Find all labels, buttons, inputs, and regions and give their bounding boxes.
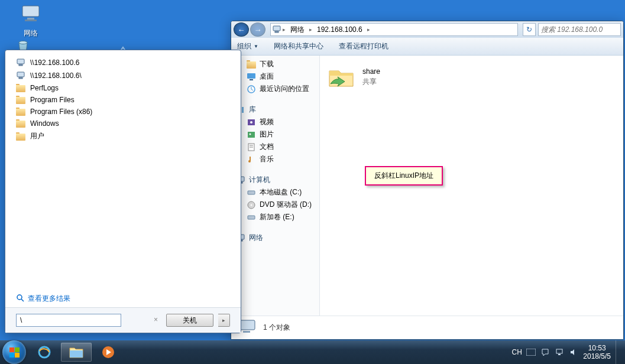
breadcrumb-segment[interactable]: 192.168.100.6 [313, 25, 366, 34]
search-result-item[interactable]: \\192.168.100.6\ [16, 69, 230, 82]
search-result-item[interactable]: Program Files (x86) [16, 106, 230, 118]
tray-action-center-icon[interactable] [540, 347, 550, 357]
result-label: Program Files (x86) [30, 108, 92, 116]
nav-item-drive-e[interactable]: 新加卷 (E:) [231, 211, 319, 223]
folder-icon [16, 97, 25, 104]
network-sharing-center-button[interactable]: 网络和共享中心 [274, 41, 323, 51]
nav-label: 本地磁盘 (C:) [260, 187, 302, 197]
nav-item-dvd[interactable]: DVD 驱动器 (D:) [231, 199, 319, 211]
nav-item-music[interactable]: 音乐 [231, 153, 319, 165]
video-icon [247, 118, 256, 127]
svg-rect-2 [25, 20, 37, 21]
explorer-toolbar: 组织 ▼ 网络和共享中心 查看远程打印机 [231, 38, 623, 56]
computer-icon [16, 58, 25, 67]
explorer-nav-pane: 下载 桌面 最近访问的位置 库 视频 图片 文档 音乐 计算机 本地磁盘 (C:… [231, 56, 320, 316]
breadcrumb-segment[interactable]: 网络 [287, 25, 308, 35]
svg-rect-40 [526, 349, 536, 356]
search-result-item[interactable]: PerfLogs [16, 82, 230, 94]
taskbar: CH 10:53 2018/5/5 [0, 340, 625, 364]
taskbar-ie-button[interactable] [29, 343, 60, 362]
search-result-item[interactable]: \\192.168.100.6 [16, 56, 230, 69]
result-label: Windows [30, 119, 59, 128]
drive-icon [247, 188, 256, 197]
nav-item-pictures[interactable]: 图片 [231, 128, 319, 141]
svg-rect-0 [22, 6, 39, 17]
show-desktop-button[interactable] [616, 340, 621, 364]
address-breadcrumb[interactable]: ▸ 网络 ▸ 192.168.100.6 ▸ [270, 23, 518, 36]
start-button[interactable] [2, 340, 26, 364]
chevron-right-icon[interactable]: ▸ [367, 27, 370, 32]
chevron-right-icon[interactable]: ▸ [309, 27, 312, 32]
system-tray: CH 10:53 2018/5/5 [509, 340, 625, 364]
shutdown-dropdown-button[interactable]: ▸ [218, 314, 230, 327]
svg-rect-32 [248, 216, 255, 219]
nav-group-libraries[interactable]: 库 [231, 103, 319, 116]
nav-label: 视频 [260, 117, 274, 127]
clear-search-icon[interactable]: × [154, 316, 158, 324]
taskbar-clock[interactable]: 10:53 2018/5/5 [583, 344, 611, 361]
clock-time: 10:53 [583, 344, 611, 352]
nav-label: 音乐 [260, 154, 274, 164]
music-icon [247, 155, 256, 164]
ime-indicator[interactable]: CH [512, 347, 522, 357]
start-menu-search-panel: \\192.168.100.6 \\192.168.100.6\ PerfLog… [5, 50, 241, 333]
computer-icon [16, 71, 25, 80]
more-results-label: 查看更多结果 [28, 294, 70, 304]
recent-icon [247, 84, 256, 94]
svg-line-10 [21, 299, 24, 301]
nav-label: 库 [249, 105, 256, 115]
search-glass-icon [16, 294, 24, 304]
search-result-item[interactable]: 用户 [16, 129, 230, 143]
nav-label: 下载 [260, 59, 274, 69]
document-icon [247, 142, 256, 152]
nav-label: 桌面 [260, 72, 274, 82]
search-result-item[interactable]: Program Files [16, 94, 230, 106]
explorer-search-input[interactable] [538, 23, 621, 36]
taskbar-mediaplayer-button[interactable] [93, 343, 124, 362]
svg-point-4 [19, 41, 27, 44]
refresh-button[interactable]: ↻ [523, 23, 536, 36]
shutdown-button[interactable]: 关机 [166, 314, 213, 327]
folder-name: share [362, 67, 380, 76]
chevron-right-icon[interactable]: ▸ [283, 27, 286, 32]
nav-item-videos[interactable]: 视频 [231, 116, 319, 128]
folder-icon [16, 85, 25, 92]
nav-group-network[interactable]: 网络 [231, 232, 319, 244]
picture-icon [247, 130, 256, 139]
see-more-results-link[interactable]: 查看更多结果 [5, 290, 241, 307]
nav-item-recent[interactable]: 最近访问的位置 [231, 83, 319, 95]
taskbar-explorer-button[interactable] [61, 343, 92, 362]
tray-volume-icon[interactable] [569, 347, 578, 357]
nav-forward-button[interactable]: → [250, 22, 265, 37]
search-row: × 关机 ▸ [5, 307, 241, 333]
desktop-icon-network[interactable]: 网络 [13, 2, 48, 38]
search-result-item[interactable]: Windows [16, 118, 230, 129]
nav-group-computer[interactable]: 计算机 [231, 174, 319, 186]
nav-label: 图片 [260, 129, 274, 139]
svg-rect-5 [17, 59, 24, 64]
network-monitor-icon [19, 2, 43, 26]
computer-small-icon [272, 25, 281, 34]
dvd-icon [247, 200, 256, 210]
svg-point-22 [250, 133, 251, 135]
svg-rect-42 [558, 354, 561, 355]
tray-network-icon[interactable] [555, 347, 564, 357]
tray-keyboard-icon[interactable] [526, 347, 536, 357]
result-label: \\192.168.100.6 [30, 58, 79, 67]
result-label: PerfLogs [30, 84, 59, 92]
share-folder-item[interactable]: share 共享 [327, 63, 445, 91]
view-remote-printers-button[interactable]: 查看远程打印机 [339, 41, 388, 51]
svg-rect-14 [250, 79, 253, 80]
svg-rect-12 [275, 31, 279, 32]
svg-point-20 [250, 121, 252, 124]
nav-label: 新加卷 (E:) [260, 212, 294, 222]
explorer-content-pane: share 共享 [320, 56, 623, 316]
windows-logo-icon [9, 347, 20, 358]
nav-item-downloads[interactable]: 下载 [231, 58, 319, 70]
nav-item-drive-c[interactable]: 本地磁盘 (C:) [231, 186, 319, 199]
nav-back-button[interactable]: ← [234, 22, 249, 37]
svg-rect-38 [70, 350, 83, 358]
nav-item-documents[interactable]: 文档 [231, 141, 319, 153]
nav-item-desktop[interactable]: 桌面 [231, 70, 319, 83]
start-search-input[interactable] [16, 314, 121, 327]
